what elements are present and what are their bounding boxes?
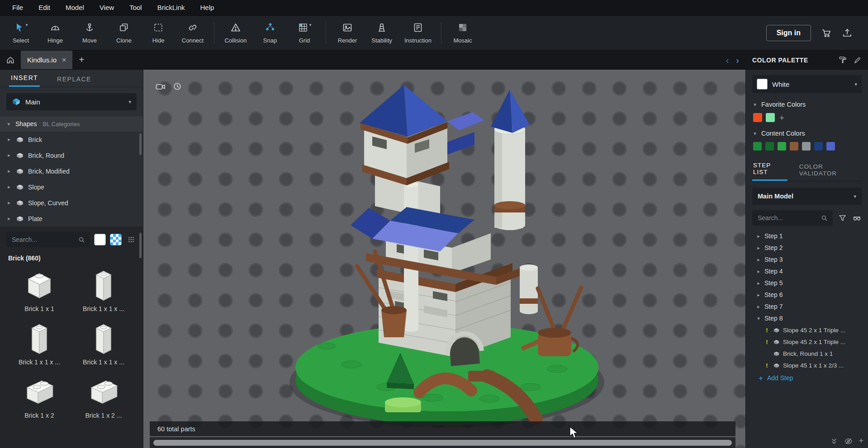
home-button[interactable] — [0, 51, 21, 69]
close-tab-icon[interactable]: × — [62, 57, 66, 64]
content-color-swatch[interactable] — [802, 142, 811, 151]
menu-bricklink[interactable]: BrickLink — [150, 0, 193, 15]
grid-tool-button[interactable]: ▾ Grid — [287, 16, 322, 50]
favorite-colors-header[interactable]: ▾ Favorite Colors — [752, 99, 862, 109]
step-search-input[interactable] — [757, 214, 818, 222]
move-tool-button[interactable]: Move — [72, 16, 107, 50]
3d-viewport[interactable]: 60 total parts — [143, 70, 745, 448]
tab-replace[interactable]: REPLACE — [55, 71, 93, 87]
parts-search-input[interactable] — [11, 236, 75, 244]
tool-label: Select — [13, 37, 29, 44]
hide-parts-button[interactable] — [844, 437, 853, 446]
add-favorite-button[interactable]: + — [779, 113, 784, 122]
color-dropdown[interactable]: White ▾ — [752, 75, 862, 93]
scroll-left-icon[interactable]: ‹ — [726, 56, 729, 65]
collision-tool-button[interactable]: Collision — [218, 16, 253, 50]
menu-model[interactable]: Model — [58, 0, 92, 15]
category-brick-round[interactable]: ▸ Brick, Round — [0, 147, 143, 163]
solid-color-filter-button[interactable] — [94, 234, 106, 245]
category-scrollbar[interactable] — [139, 133, 142, 155]
step-part-row[interactable]: ! Slope 45 2 x 1 Triple ... — [752, 324, 862, 336]
snap-tool-button[interactable]: Snap — [253, 16, 287, 50]
part-item[interactable]: Brick 1 x 1 x ... — [9, 318, 70, 369]
menu-edit[interactable]: Edit — [31, 0, 58, 15]
stability-tool-button[interactable]: Stability — [365, 16, 399, 50]
favorite-color-swatch[interactable] — [766, 113, 775, 122]
view-filter-button[interactable] — [852, 213, 862, 223]
step-row[interactable]: ▸ Step 4 — [752, 265, 862, 277]
tab-color-validator[interactable]: COLOR VALIDATOR — [798, 159, 862, 181]
cart-icon — [821, 28, 832, 38]
content-color-swatch[interactable] — [778, 142, 786, 151]
color-edit-button[interactable] — [854, 56, 862, 64]
castle-model[interactable] — [243, 76, 632, 438]
content-color-swat ch[interactable] — [790, 142, 798, 151]
part-item[interactable]: Brick 1 x 2 ... — [73, 371, 134, 423]
camera-icon[interactable] — [155, 81, 166, 92]
hide-tool-button[interactable]: Hide — [141, 16, 175, 50]
add-step-button[interactable]: + Add Step — [752, 371, 862, 385]
snap-icon — [265, 22, 275, 34]
part-item[interactable]: Brick 1 x 1 x ... — [73, 264, 134, 316]
step-part-row[interactable]: ! Slope 45 2 x 1 Triple ... — [752, 336, 862, 348]
toolbar: ▾ Select Hinge Move Clone H — [0, 15, 868, 51]
step-row[interactable]: ▸ Step 2 — [752, 242, 862, 254]
step-row[interactable]: ▸ Step 6 — [752, 289, 862, 301]
viewport-horizontal-scrollbar[interactable] — [150, 437, 735, 448]
category-brick-modified[interactable]: ▸ Brick, Modified — [0, 163, 143, 179]
step-part-row[interactable]: Brick, Round 1 x 1 — [752, 348, 862, 359]
new-tab-button[interactable]: + — [79, 55, 84, 65]
step-row[interactable]: ▸ Step 7 — [752, 301, 862, 312]
step-part-row[interactable]: ! Slope 45 1 x 1 x 2/3 ... — [752, 359, 862, 371]
step-row[interactable]: ▸ Step 1 — [752, 230, 862, 242]
menu-view[interactable]: View — [92, 0, 122, 15]
grid-view-toggle-button[interactable] — [126, 234, 137, 245]
part-item[interactable]: Brick 1 x 2 — [9, 371, 70, 423]
category-slope-curved[interactable]: ▸ Slope, Curved — [0, 195, 143, 211]
step-model-dropdown[interactable]: Main Model ▾ — [752, 188, 862, 205]
menu-tool[interactable]: Tool — [122, 0, 150, 15]
sign-in-button[interactable]: Sign in — [766, 25, 811, 41]
orbit-icon[interactable] — [172, 81, 182, 91]
decorated-color-filter-button[interactable] — [110, 234, 122, 245]
shapes-header[interactable]: ▾ Shapes BL Categories — [0, 116, 143, 132]
part-item[interactable]: Brick 1 x 1 x ... — [73, 318, 134, 369]
menu-help[interactable]: Help — [193, 0, 222, 15]
add-item-button[interactable]: + — [859, 436, 863, 446]
content-color-swatch[interactable] — [826, 142, 835, 151]
filter-button[interactable] — [838, 214, 847, 222]
mosaic-tool-button[interactable]: Mosaic — [446, 16, 480, 50]
content-color-swatch[interactable] — [765, 142, 774, 151]
content-color-swatch[interactable] — [814, 142, 823, 151]
paint-roller-button[interactable] — [839, 56, 847, 64]
cart-button[interactable] — [821, 28, 832, 38]
select-tool-button[interactable]: ▾ Select — [4, 16, 38, 50]
category-plate[interactable]: ▸ Plate — [0, 211, 143, 226]
category-slope[interactable]: ▸ Slope — [0, 179, 143, 195]
scrollbar-thumb[interactable] — [153, 440, 732, 446]
parts-scrollbar[interactable] — [139, 233, 142, 258]
collapse-all-button[interactable] — [830, 437, 839, 446]
category-brick[interactable]: ▸ Brick — [0, 132, 143, 147]
step-row-expanded[interactable]: ▾ Step 8 — [752, 312, 862, 324]
step-row[interactable]: ▸ Step 5 — [752, 277, 862, 289]
instruction-tool-button[interactable]: Instruction — [399, 16, 437, 50]
tab-step-list[interactable]: STEP LIST — [752, 158, 787, 181]
hinge-tool-button[interactable]: Hinge — [38, 16, 72, 50]
scroll-right-icon[interactable]: › — [736, 56, 739, 65]
model-selector-dropdown[interactable]: Main ▾ — [6, 93, 137, 110]
clone-tool-button[interactable]: Clone — [107, 16, 141, 50]
document-tab[interactable]: Kindlus.io × — [21, 51, 72, 69]
part-item[interactable]: Brick 1 x 1 — [9, 264, 70, 316]
paint-roller-icon — [839, 56, 847, 64]
step-row[interactable]: ▸ Step 3 — [752, 254, 862, 265]
brick-icon — [773, 326, 780, 334]
content-color-swatch[interactable] — [753, 142, 762, 151]
tab-insert[interactable]: INSERT — [9, 70, 40, 87]
favorite-color-swatch[interactable] — [753, 113, 762, 122]
render-tool-button[interactable]: Render — [330, 16, 365, 50]
content-colors-header[interactable]: ▾ Content Colors — [752, 128, 862, 138]
upload-button[interactable] — [842, 28, 853, 38]
menu-file[interactable]: File — [5, 0, 31, 15]
connect-tool-button[interactable]: Connect — [175, 16, 210, 50]
